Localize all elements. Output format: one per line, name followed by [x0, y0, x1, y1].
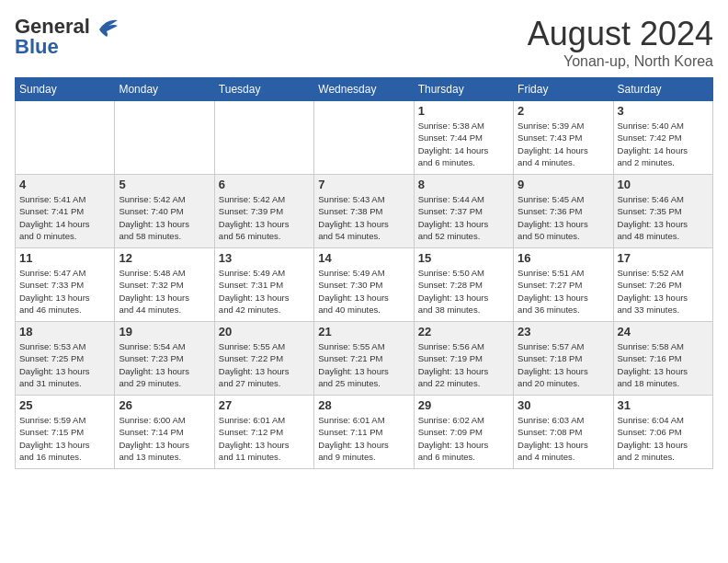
location: Yonan-up, North Korea: [528, 53, 713, 70]
day-number: 20: [219, 325, 310, 339]
calendar-cell: 18Sunrise: 5:53 AMSunset: 7:25 PMDayligh…: [16, 322, 115, 396]
day-detail: Sunrise: 5:38 AMSunset: 7:44 PMDaylight:…: [418, 120, 509, 168]
day-detail: Sunrise: 5:45 AMSunset: 7:36 PMDaylight:…: [518, 193, 609, 242]
calendar-cell: 24Sunrise: 5:58 AMSunset: 7:16 PMDayligh…: [613, 322, 712, 396]
calendar-cell: 12Sunrise: 5:48 AMSunset: 7:32 PMDayligh…: [115, 248, 214, 322]
day-detail: Sunrise: 5:46 AMSunset: 7:35 PMDaylight:…: [618, 193, 709, 242]
calendar-cell: 21Sunrise: 5:55 AMSunset: 7:21 PMDayligh…: [314, 322, 414, 396]
day-detail: Sunrise: 5:42 AMSunset: 7:39 PMDaylight:…: [219, 193, 310, 242]
calendar-cell: 20Sunrise: 5:55 AMSunset: 7:22 PMDayligh…: [214, 322, 313, 396]
week-row-5: 25Sunrise: 5:59 AMSunset: 7:15 PMDayligh…: [16, 396, 713, 469]
day-number: 1: [418, 104, 509, 118]
calendar-cell: 27Sunrise: 6:01 AMSunset: 7:12 PMDayligh…: [214, 396, 313, 469]
day-detail: Sunrise: 5:40 AMSunset: 7:42 PMDaylight:…: [618, 120, 709, 168]
calendar-cell: 30Sunrise: 6:03 AMSunset: 7:08 PMDayligh…: [514, 396, 613, 469]
calendar-cell: 17Sunrise: 5:52 AMSunset: 7:26 PMDayligh…: [613, 248, 712, 322]
day-number: 5: [119, 178, 210, 191]
day-detail: Sunrise: 6:00 AMSunset: 7:14 PMDaylight:…: [119, 414, 210, 463]
day-detail: Sunrise: 5:54 AMSunset: 7:23 PMDaylight:…: [119, 340, 210, 389]
day-detail: Sunrise: 5:49 AMSunset: 7:31 PMDaylight:…: [219, 267, 310, 316]
day-detail: Sunrise: 5:53 AMSunset: 7:25 PMDaylight:…: [19, 340, 110, 389]
calendar-cell: 22Sunrise: 5:56 AMSunset: 7:19 PMDayligh…: [414, 322, 513, 396]
weekday-header-thursday: Thursday: [414, 78, 513, 101]
weekday-header-sunday: Sunday: [16, 78, 115, 101]
day-number: 25: [19, 398, 110, 412]
day-number: 31: [618, 398, 709, 412]
day-number: 26: [119, 398, 210, 412]
calendar-cell: 15Sunrise: 5:50 AMSunset: 7:28 PMDayligh…: [414, 248, 513, 322]
calendar-cell: 26Sunrise: 6:00 AMSunset: 7:14 PMDayligh…: [115, 396, 214, 469]
calendar-cell: [115, 101, 214, 175]
calendar-table: SundayMondayTuesdayWednesdayThursdayFrid…: [15, 77, 713, 469]
day-number: 4: [19, 178, 110, 191]
calendar-cell: 6Sunrise: 5:42 AMSunset: 7:39 PMDaylight…: [214, 175, 313, 248]
title-block: August 2024 Yonan-up, North Korea: [528, 15, 713, 70]
day-number: 2: [518, 104, 609, 118]
logo-blue-text: Blue: [15, 35, 59, 59]
calendar-body: 1Sunrise: 5:38 AMSunset: 7:44 PMDaylight…: [16, 101, 713, 469]
day-detail: Sunrise: 5:44 AMSunset: 7:37 PMDaylight:…: [418, 193, 509, 242]
day-number: 19: [119, 325, 210, 339]
calendar-cell: 4Sunrise: 5:41 AMSunset: 7:41 PMDaylight…: [16, 175, 115, 248]
calendar-cell: [214, 101, 313, 175]
calendar-cell: 25Sunrise: 5:59 AMSunset: 7:15 PMDayligh…: [16, 396, 115, 469]
day-number: 13: [219, 251, 310, 265]
day-detail: Sunrise: 6:01 AMSunset: 7:11 PMDaylight:…: [318, 414, 409, 463]
weekday-header-wednesday: Wednesday: [314, 78, 414, 101]
day-detail: Sunrise: 5:49 AMSunset: 7:30 PMDaylight:…: [318, 267, 409, 316]
month-title: August 2024: [528, 15, 713, 53]
calendar-cell: 5Sunrise: 5:42 AMSunset: 7:40 PMDaylight…: [115, 175, 214, 248]
day-number: 21: [318, 325, 409, 339]
calendar-cell: 16Sunrise: 5:51 AMSunset: 7:27 PMDayligh…: [514, 248, 613, 322]
day-detail: Sunrise: 5:56 AMSunset: 7:19 PMDaylight:…: [418, 340, 509, 389]
day-number: 24: [618, 325, 709, 339]
day-number: 8: [418, 178, 509, 191]
day-detail: Sunrise: 5:47 AMSunset: 7:33 PMDaylight:…: [19, 267, 110, 316]
calendar-cell: 3Sunrise: 5:40 AMSunset: 7:42 PMDaylight…: [613, 101, 712, 175]
day-detail: Sunrise: 5:51 AMSunset: 7:27 PMDaylight:…: [518, 267, 609, 316]
day-detail: Sunrise: 5:55 AMSunset: 7:21 PMDaylight:…: [318, 340, 409, 389]
day-number: 29: [418, 398, 509, 412]
calendar-cell: 7Sunrise: 5:43 AMSunset: 7:38 PMDaylight…: [314, 175, 414, 248]
calendar-cell: 1Sunrise: 5:38 AMSunset: 7:44 PMDaylight…: [414, 101, 513, 175]
page-header: General Blue August 2024 Yonan-up, North…: [15, 15, 713, 70]
day-detail: Sunrise: 5:59 AMSunset: 7:15 PMDaylight:…: [19, 414, 110, 463]
calendar-cell: 8Sunrise: 5:44 AMSunset: 7:37 PMDaylight…: [414, 175, 513, 248]
day-number: 30: [518, 398, 609, 412]
calendar-cell: 11Sunrise: 5:47 AMSunset: 7:33 PMDayligh…: [16, 248, 115, 322]
calendar-cell: 23Sunrise: 5:57 AMSunset: 7:18 PMDayligh…: [514, 322, 613, 396]
calendar-cell: 10Sunrise: 5:46 AMSunset: 7:35 PMDayligh…: [613, 175, 712, 248]
calendar-cell: 29Sunrise: 6:02 AMSunset: 7:09 PMDayligh…: [414, 396, 513, 469]
logo-bird-icon: [92, 17, 121, 37]
day-number: 6: [219, 178, 310, 191]
week-row-1: 1Sunrise: 5:38 AMSunset: 7:44 PMDaylight…: [16, 101, 713, 175]
day-detail: Sunrise: 6:01 AMSunset: 7:12 PMDaylight:…: [219, 414, 310, 463]
day-number: 28: [318, 398, 409, 412]
day-number: 10: [618, 178, 709, 191]
calendar-cell: 31Sunrise: 6:04 AMSunset: 7:06 PMDayligh…: [613, 396, 712, 469]
day-detail: Sunrise: 5:55 AMSunset: 7:22 PMDaylight:…: [219, 340, 310, 389]
day-number: 14: [318, 251, 409, 265]
day-detail: Sunrise: 5:41 AMSunset: 7:41 PMDaylight:…: [19, 193, 110, 242]
day-detail: Sunrise: 5:50 AMSunset: 7:28 PMDaylight:…: [418, 267, 509, 316]
day-number: 27: [219, 398, 310, 412]
weekday-header-monday: Monday: [115, 78, 214, 101]
weekday-header-friday: Friday: [514, 78, 613, 101]
weekday-row: SundayMondayTuesdayWednesdayThursdayFrid…: [16, 78, 713, 101]
day-number: 17: [618, 251, 709, 265]
calendar-header: SundayMondayTuesdayWednesdayThursdayFrid…: [16, 78, 713, 101]
day-detail: Sunrise: 6:04 AMSunset: 7:06 PMDaylight:…: [618, 414, 709, 463]
weekday-header-saturday: Saturday: [613, 78, 712, 101]
calendar-cell: 2Sunrise: 5:39 AMSunset: 7:43 PMDaylight…: [514, 101, 613, 175]
day-detail: Sunrise: 5:39 AMSunset: 7:43 PMDaylight:…: [518, 120, 609, 168]
day-number: 3: [618, 104, 709, 118]
day-number: 15: [418, 251, 509, 265]
week-row-3: 11Sunrise: 5:47 AMSunset: 7:33 PMDayligh…: [16, 248, 713, 322]
week-row-2: 4Sunrise: 5:41 AMSunset: 7:41 PMDaylight…: [16, 175, 713, 248]
day-detail: Sunrise: 5:58 AMSunset: 7:16 PMDaylight:…: [618, 340, 709, 389]
weekday-header-tuesday: Tuesday: [214, 78, 313, 101]
day-detail: Sunrise: 5:52 AMSunset: 7:26 PMDaylight:…: [618, 267, 709, 316]
day-detail: Sunrise: 5:57 AMSunset: 7:18 PMDaylight:…: [518, 340, 609, 389]
day-detail: Sunrise: 5:48 AMSunset: 7:32 PMDaylight:…: [119, 267, 210, 316]
day-number: 7: [318, 178, 409, 191]
